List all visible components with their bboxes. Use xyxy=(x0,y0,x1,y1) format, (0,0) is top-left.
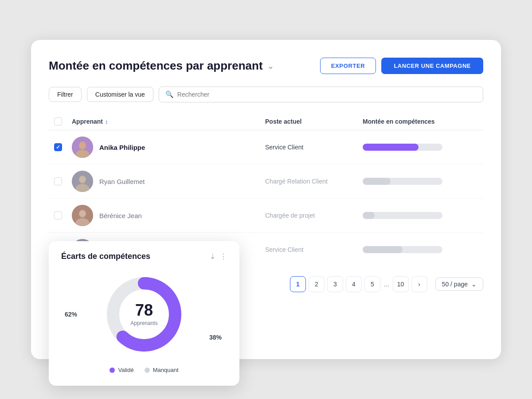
per-page-select[interactable]: 50 / page ⌄ xyxy=(435,278,483,291)
progress-wrap-0 xyxy=(363,144,478,151)
row-checkbox-0[interactable] xyxy=(54,143,62,151)
svg-point-7 xyxy=(79,176,86,183)
header-title-group: Montée en compétences par apprenant ⌄ xyxy=(49,59,274,73)
poste-0: Service Client xyxy=(265,144,363,151)
page-btn-3[interactable]: 3 xyxy=(327,276,343,292)
customize-button[interactable]: Customiser la vue xyxy=(87,87,153,102)
poste-1: Chargé Relation Client xyxy=(265,178,363,185)
float-card: Écarts de compétences ⇣ ⋮ 62% 78 Apprena… xyxy=(49,241,239,386)
per-page-label: 50 / page xyxy=(442,281,468,288)
progress-wrap-2 xyxy=(363,212,478,219)
campaign-button[interactable]: LANCER UNE CAMPAGNE xyxy=(381,58,483,74)
legend-dot-gray xyxy=(145,368,150,373)
search-input[interactable] xyxy=(177,91,477,98)
progress-bar-0 xyxy=(363,144,419,151)
page-btn-10[interactable]: 10 xyxy=(393,276,409,292)
float-card-header: Écarts de compétences ⇣ ⋮ xyxy=(61,252,227,261)
sort-icon[interactable]: ↕ xyxy=(105,118,108,125)
page-btn-2[interactable]: 2 xyxy=(309,276,325,292)
user-cell-2: Bérénice Jean xyxy=(72,205,265,226)
table-header: Apprenant ↕ Poste actuel Montée en compé… xyxy=(49,113,483,130)
page-btn-5[interactable]: 5 xyxy=(364,276,380,292)
donut-number: 78 xyxy=(135,302,153,318)
user-cell-1: Ryan Guillemet xyxy=(72,171,265,192)
user-name-1: Ryan Guillemet xyxy=(99,178,145,185)
next-page-btn[interactable]: › xyxy=(411,276,427,292)
float-card-actions: ⇣ ⋮ xyxy=(210,252,227,261)
legend-dot-purple xyxy=(110,368,115,373)
row-checkbox-1[interactable] xyxy=(54,177,62,185)
donut-pct-right: 38% xyxy=(209,334,222,341)
export-button[interactable]: EXPORTER xyxy=(320,58,376,74)
filter-button[interactable]: Filtrer xyxy=(49,87,82,102)
page-title: Montée en compétences par apprenant xyxy=(49,59,263,73)
donut-center: 78 Apprenants xyxy=(130,302,157,326)
main-card: Montée en compétences par apprenant ⌄ EX… xyxy=(31,40,501,359)
legend: Validé Manquant xyxy=(61,367,227,373)
table-row: Anika Philippe Service Client xyxy=(49,130,483,164)
poste-3: Service Client xyxy=(265,246,363,253)
toolbar: Filtrer Customiser la vue 🔍 xyxy=(49,86,483,102)
chevron-down-icon[interactable]: ⌄ xyxy=(267,61,274,71)
select-all-checkbox[interactable] xyxy=(54,117,62,125)
col-apprenant: Apprenant ↕ xyxy=(72,118,265,125)
legend-item-manquant: Manquant xyxy=(145,367,179,373)
row-checkbox-2[interactable] xyxy=(54,211,62,219)
avatar-0 xyxy=(72,137,93,158)
donut-label: Apprenants xyxy=(130,320,157,326)
legend-label-manquant: Manquant xyxy=(153,367,179,373)
table-row: Ryan Guillemet Chargé Relation Client xyxy=(49,164,483,199)
user-name-0: Anika Philippe xyxy=(99,144,145,151)
download-icon[interactable]: ⇣ xyxy=(210,252,215,261)
header: Montée en compétences par apprenant ⌄ EX… xyxy=(49,58,483,74)
col-poste: Poste actuel xyxy=(265,118,363,125)
legend-item-valide: Validé xyxy=(110,367,133,373)
float-card-title: Écarts de compétences xyxy=(61,252,150,261)
avatar-1 xyxy=(72,171,93,192)
page-btn-1[interactable]: 1 xyxy=(290,276,306,292)
progress-wrap-1 xyxy=(363,178,478,185)
avatar-2 xyxy=(72,205,93,226)
page-btn-4[interactable]: 4 xyxy=(346,276,362,292)
donut-pct-left: 62% xyxy=(65,311,77,318)
header-actions: EXPORTER LANCER UNE CAMPAGNE xyxy=(320,58,483,74)
legend-label-valide: Validé xyxy=(118,367,133,373)
svg-point-11 xyxy=(79,211,86,217)
col-competences: Montée en compétences xyxy=(363,118,478,125)
per-page-chevron: ⌄ xyxy=(471,281,477,288)
pagination-dots: ... xyxy=(383,281,390,288)
user-name-2: Bérénice Jean xyxy=(99,212,142,219)
svg-point-3 xyxy=(79,142,86,149)
progress-bar-3 xyxy=(363,246,403,253)
user-cell-0: Anika Philippe xyxy=(72,137,265,158)
progress-bar-2 xyxy=(363,212,375,219)
more-icon[interactable]: ⋮ xyxy=(220,252,227,261)
donut-section: 62% 78 Apprenants 38% xyxy=(61,270,227,359)
search-icon: 🔍 xyxy=(165,90,174,98)
progress-wrap-3 xyxy=(363,246,478,253)
progress-bar-1 xyxy=(363,178,391,185)
search-box: 🔍 xyxy=(159,86,483,102)
table-row: Bérénice Jean Chargée de projet xyxy=(49,199,483,233)
poste-2: Chargée de projet xyxy=(265,212,363,219)
